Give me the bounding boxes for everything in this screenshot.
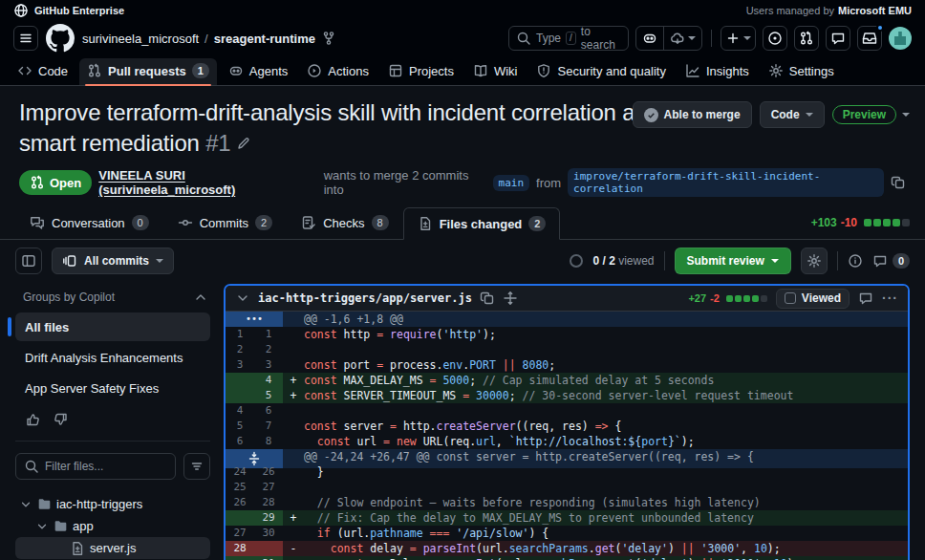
code-line[interactable]: const http = require('http'); — [304, 327, 908, 342]
code-line[interactable]: @@ -1,6 +1,8 @@ — [304, 312, 908, 327]
viewed-checkbox[interactable] — [785, 292, 796, 304]
comment-icon[interactable] — [858, 291, 873, 306]
diff-code-row[interactable]: 33const port = process.env.PORT || 8080; — [226, 357, 908, 373]
code-line[interactable]: const port = process.env.PORT || 8080; — [304, 357, 908, 373]
toggle-file-tree-button[interactable] — [15, 248, 42, 274]
copy-branch-icon[interactable] — [891, 175, 906, 190]
chevron-down-icon[interactable] — [235, 291, 250, 306]
diff-hunk-row[interactable]: @@ -24,24 +26,47 @@ const server = http.… — [226, 449, 908, 464]
breadcrumb-owner-link[interactable]: surivineela_microsoft — [82, 32, 199, 46]
repo-tab-actions[interactable]: Actions — [299, 58, 376, 85]
diff-code-row[interactable]: 31+ const rawDelay = parseInt(url.search… — [226, 556, 908, 560]
filter-files-input[interactable]: Filter files... — [15, 453, 176, 480]
hamburger-menu-button[interactable] — [13, 26, 38, 51]
user-avatar[interactable] — [889, 27, 912, 50]
new-line-number: 4 — [254, 373, 283, 388]
chevron-down-icon[interactable] — [19, 497, 32, 512]
diff-code-row[interactable]: 28- const delay = parseInt(url.searchPar… — [226, 541, 908, 556]
create-new-button[interactable] — [721, 26, 756, 51]
repo-tab-code[interactable]: Code — [10, 58, 75, 85]
code-line[interactable]: // Slow endpoint — waits before respondi… — [304, 495, 908, 510]
chevron-up-icon[interactable] — [193, 290, 208, 305]
diff-code-row[interactable]: 11const http = require('http'); — [226, 327, 908, 342]
repo-tab-insights[interactable]: Insights — [678, 58, 757, 85]
diff-code-row[interactable]: 57const server = http.createServer((req,… — [226, 419, 908, 434]
repo-tab-agents[interactable]: Agents — [221, 58, 295, 85]
tree-dir-iac-http-triggers[interactable]: iac-http-triggers — [15, 493, 210, 515]
copilot-group-all-files[interactable]: All files — [15, 312, 210, 341]
pr-author-link[interactable]: VINEELA SURI (surivineela_microsoft) — [98, 168, 316, 197]
code-line[interactable]: const delay = parseInt(url.searchParams.… — [304, 541, 908, 556]
github-logo-icon[interactable] — [46, 24, 75, 53]
preview-badge[interactable]: Preview — [832, 105, 896, 124]
global-search-input[interactable]: Type / to search — [508, 26, 629, 51]
info-icon[interactable] — [848, 253, 863, 269]
copilot-button[interactable] — [636, 27, 663, 50]
diff-code-row[interactable]: 2628 // Slow endpoint — waits before res… — [226, 495, 908, 510]
thumbs-down-icon[interactable] — [54, 412, 69, 427]
code-line[interactable] — [304, 342, 908, 357]
viewed-toggle-button[interactable]: Viewed — [776, 289, 850, 309]
repo-tab-security-and-quality[interactable]: Security and quality — [528, 58, 673, 85]
diff-hunk-row[interactable]: •••@@ -1,6 +1,8 @@ — [226, 312, 908, 327]
code-line[interactable]: const url = new URL(req.url, `http://loc… — [304, 434, 908, 449]
notifications-button[interactable] — [857, 26, 882, 51]
pr-tab-commits[interactable]: Commits2 — [163, 206, 287, 239]
repo-tab-pull-requests[interactable]: Pull requests1 — [79, 58, 217, 85]
copilot-group-app-server-safety-fixes[interactable]: App Server Safety Fixes — [15, 374, 210, 402]
repo-tab-settings[interactable]: Settings — [761, 58, 842, 85]
code-dropdown-button[interactable]: Code — [760, 101, 825, 128]
breadcrumb-repo-link[interactable]: sreagent-runtime — [214, 32, 315, 46]
review-comments-indicator[interactable]: 0 — [872, 253, 910, 269]
diff-code-row[interactable]: 68 const url = new URL(req.url, `http://… — [226, 434, 908, 449]
code-line[interactable]: const MAX_DELAY_MS = 5000; // Cap simula… — [304, 373, 908, 388]
copy-path-icon[interactable] — [480, 291, 495, 306]
base-branch-label[interactable]: main — [493, 175, 530, 191]
drag-handle-icon[interactable] — [503, 291, 518, 306]
submit-review-button[interactable]: Submit review — [675, 248, 791, 274]
chevron-down-icon[interactable] — [35, 519, 49, 534]
pr-tab-conversation[interactable]: Conversation0 — [15, 206, 163, 239]
pr-tab-files-changed[interactable]: Files changed2 — [403, 207, 561, 240]
code-line[interactable]: if (url.pathname === '/api/slow') { — [304, 526, 908, 541]
diff-code-row[interactable]: 2426 } — [226, 464, 908, 480]
code-line[interactable] — [304, 480, 908, 495]
git-commit-icon — [178, 215, 193, 230]
tab-label: Checks — [323, 216, 364, 230]
code-line[interactable]: const rawDelay = parseInt(url.searchPara… — [304, 556, 908, 560]
code-line[interactable]: // Fix: Cap the delay to MAX_DELAY_MS to… — [304, 510, 908, 526]
diff-code-row[interactable]: 22 — [226, 342, 908, 357]
kebab-menu-icon[interactable]: ··· — [882, 291, 898, 306]
thumbs-up-icon[interactable] — [25, 412, 40, 427]
code-line[interactable]: const SERVER_TIMEOUT_MS = 30000; // 30-s… — [304, 388, 908, 403]
pull-requests-button[interactable] — [794, 26, 819, 51]
copilot-menu-button[interactable] — [663, 27, 701, 50]
old-line-number: 24 — [226, 464, 254, 480]
diff-settings-button[interactable] — [801, 248, 828, 274]
file-path[interactable]: iac-http-triggers/app/server.js — [258, 291, 472, 305]
expand-hunk-button[interactable]: ••• — [226, 312, 283, 327]
all-commits-dropdown[interactable]: All commits — [52, 248, 174, 274]
diff-code-row[interactable]: 46 — [226, 403, 908, 419]
code-line[interactable]: const server = http.createServer((req, r… — [304, 419, 908, 434]
diff-code-row[interactable]: 2527 — [226, 480, 908, 495]
file-filter-button[interactable] — [183, 453, 210, 480]
diff-code-row[interactable]: 29+ // Fix: Cap the delay to MAX_DELAY_M… — [226, 510, 908, 526]
able-to-merge-button[interactable]: Able to merge — [633, 101, 752, 128]
issues-button[interactable] — [763, 26, 787, 51]
discussions-button[interactable] — [826, 26, 850, 51]
edit-title-pencil-icon[interactable] — [236, 136, 251, 151]
diff-code-row[interactable]: 5+const SERVER_TIMEOUT_MS = 30000; // 30… — [226, 388, 908, 403]
pr-tab-checks[interactable]: Checks8 — [287, 206, 402, 239]
code-line[interactable]: } — [304, 464, 908, 480]
head-branch-label[interactable]: improve/terraform-drift-skill-incident-c… — [568, 168, 884, 197]
diff-code-row[interactable]: 2730 if (url.pathname === '/api/slow') { — [226, 526, 908, 541]
preview-menu-caret[interactable] — [902, 113, 910, 117]
tree-file-server.js[interactable]: server.js — [15, 537, 210, 559]
code-line[interactable] — [304, 403, 908, 419]
tree-dir-app[interactable]: app — [15, 515, 210, 537]
repo-tab-projects[interactable]: Projects — [380, 58, 462, 85]
copilot-group-drift-analysis-enhancements[interactable]: Drift Analysis Enhancements — [15, 343, 210, 372]
diff-code-row[interactable]: 4+const MAX_DELAY_MS = 5000; // Cap simu… — [226, 373, 908, 388]
repo-tab-wiki[interactable]: Wiki — [465, 58, 526, 85]
